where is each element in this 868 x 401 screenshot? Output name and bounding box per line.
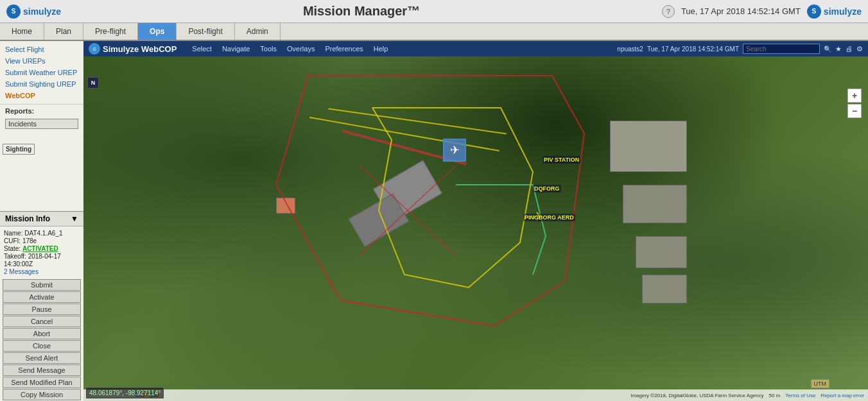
- webcop-toolbar: S Simulyze WebCOP Select Navigate Tools …: [83, 41, 868, 56]
- reports-label: Reports:: [0, 104, 83, 117]
- state-label: State:: [4, 245, 21, 252]
- webcop-menu-overlays[interactable]: Overlays: [282, 45, 320, 53]
- mission-state-row: State: ACTIVATED: [4, 245, 80, 252]
- close-button[interactable]: Close: [3, 340, 81, 352]
- map-copyright-bar: Imagery ©2018, DigitalGlobe, USDA Farm S…: [83, 389, 868, 401]
- mission-info-panel: Mission Info ▼ Name: DAT4.1.A6_1 CUFI: 1…: [0, 211, 83, 401]
- main-layout: Select Flight View UREPs Submit Weather …: [0, 41, 868, 401]
- mission-cufi-row: CUFI: 178e: [4, 237, 80, 244]
- activate-button[interactable]: Activate: [3, 291, 81, 303]
- mission-info-header[interactable]: Mission Info ▼: [0, 212, 83, 226]
- nav-bar: Home Plan Pre-flight Ops Post-flight Adm…: [0, 23, 868, 41]
- top-bar: S simulyze Mission Manager™ ? Tue, 17 Ap…: [0, 0, 868, 23]
- abort-button[interactable]: Abort: [3, 328, 81, 339]
- webcop-menu-select[interactable]: Select: [187, 45, 217, 53]
- incidents-button[interactable]: Incidents: [5, 119, 78, 129]
- sidebar-submit-sighting[interactable]: Submit Sighting UREP: [0, 78, 83, 90]
- webcop-menu-navigate[interactable]: Navigate: [217, 45, 255, 53]
- nav-home[interactable]: Home: [0, 23, 44, 40]
- map-copyright-text: Imagery ©2018, DigitalGlobe, USDA Farm S…: [630, 393, 763, 398]
- name-value: DAT4.1.A6_1: [24, 230, 62, 237]
- settings-icon[interactable]: ⚙: [856, 45, 863, 53]
- cufi-label: CUFI:: [4, 237, 21, 244]
- north-indicator: N: [87, 77, 99, 89]
- search-icon: 🔍: [824, 46, 831, 53]
- time-value: 14:30:00Z: [4, 260, 33, 268]
- nav-ops[interactable]: Ops: [138, 23, 177, 40]
- map-container[interactable]: S Simulyze WebCOP Select Navigate Tools …: [83, 41, 868, 401]
- app-datetime: Tue, 17 Apr 2018 14:52:14 GMT: [681, 6, 801, 16]
- mission-time-row: 14:30:00Z: [4, 260, 80, 268]
- nav-preflight[interactable]: Pre-flight: [83, 23, 138, 40]
- map-scale-text: 50 m: [768, 393, 780, 398]
- webcop-logo: S Simulyze WebCOP: [89, 43, 177, 55]
- nav-postflight[interactable]: Post-flight: [177, 23, 234, 40]
- mission-info-title: Mission Info: [5, 214, 50, 223]
- map-image[interactable]: ✈ ✈ PIV STATION DQFORG PINGBORG AERD + −…: [83, 56, 868, 401]
- mission-takeoff-row: Takeoff: 2018-04-17: [4, 253, 80, 260]
- building-4: [623, 185, 687, 223]
- webcop-menu-preferences[interactable]: Preferences: [320, 45, 368, 53]
- sidebar-top: Select Flight View UREPs Submit Weather …: [0, 41, 83, 211]
- map-background: [83, 56, 868, 401]
- report-link[interactable]: Report a map error: [820, 393, 864, 398]
- mission-info-collapse-icon: ▼: [71, 214, 78, 223]
- zoom-out-button[interactable]: −: [847, 104, 862, 118]
- building-7: [276, 198, 295, 214]
- building-3: [610, 121, 687, 172]
- webcop-title: Simulyze WebCOP: [103, 44, 177, 54]
- top-bar-left: S simulyze: [6, 4, 61, 19]
- building-6: [642, 275, 687, 303]
- state-value: ACTIVATED: [22, 245, 58, 252]
- webcop-logo-icon: S: [89, 43, 100, 55]
- messages-link[interactable]: 2 Messages: [4, 268, 39, 275]
- send-alert-button[interactable]: Send Alert: [3, 352, 81, 364]
- sighting-label: Sighting: [6, 146, 31, 153]
- utm-indicator: UTM: [811, 379, 830, 388]
- logo-circle-right: S: [807, 4, 821, 19]
- aircraft-waypoint-icon[interactable]: ✈: [443, 139, 466, 162]
- app-title: Mission Manager™: [303, 4, 420, 19]
- nav-admin[interactable]: Admin: [235, 23, 281, 40]
- takeoff-value: 2018-04-17: [28, 253, 61, 260]
- print-icon: 🖨: [846, 45, 853, 53]
- copy-mission-button[interactable]: Copy Mission: [3, 389, 81, 400]
- sidebar-view-ureps[interactable]: View UREPs: [0, 55, 83, 67]
- webcop-menu-tools[interactable]: Tools: [255, 45, 282, 53]
- takeoff-label: Takeoff:: [4, 253, 26, 260]
- webcop-right: npuasts2 Tue, 17 Apr 2018 14:52:14 GMT 🔍…: [617, 44, 863, 54]
- waypoint-piv-station: PIV STATION: [542, 156, 580, 164]
- terms-link[interactable]: Terms of Use: [785, 393, 815, 398]
- webcop-menu-help[interactable]: Help: [369, 45, 394, 53]
- webcop-search-input[interactable]: [743, 44, 820, 54]
- mission-messages-row[interactable]: 2 Messages: [4, 268, 80, 275]
- left-panel: Select Flight View UREPs Submit Weather …: [0, 41, 83, 401]
- submit-button[interactable]: Submit: [3, 279, 81, 291]
- webcop-user: npuasts2: [617, 46, 643, 53]
- bookmark-icon: ★: [835, 45, 842, 53]
- waypoint-pingborg: PINGBORG AERD: [523, 214, 575, 221]
- logo-circle-left: S: [6, 4, 21, 19]
- sighting-section: Sighting: [3, 144, 35, 155]
- logo-text-right: simulyze: [824, 6, 862, 17]
- help-button[interactable]: ?: [662, 5, 675, 18]
- cufi-value: 178e: [22, 237, 37, 244]
- waypoint-dqforg: DQFORG: [533, 185, 561, 192]
- top-bar-right: ? Tue, 17 Apr 2018 14:52:14 GMT S simuly…: [662, 4, 862, 19]
- mission-name-row: Name: DAT4.1.A6_1: [4, 230, 80, 237]
- map-coords: 48.061879°, -98.927114°: [86, 388, 164, 398]
- sidebar-webcop[interactable]: WebCOP: [0, 90, 83, 101]
- sidebar-select-flight[interactable]: Select Flight: [0, 44, 83, 55]
- nav-plan[interactable]: Plan: [44, 23, 83, 40]
- simulyze-logo-left: S simulyze: [6, 4, 61, 19]
- pause-button[interactable]: Pause: [3, 303, 81, 315]
- send-message-button[interactable]: Send Message: [3, 364, 81, 376]
- simulyze-logo-right: S simulyze: [807, 4, 862, 19]
- sidebar-submit-weather[interactable]: Submit Weather UREP: [0, 67, 83, 78]
- zoom-in-button[interactable]: +: [847, 89, 862, 103]
- webcop-datetime: Tue, 17 Apr 2018 14:52:14 GMT: [647, 46, 739, 53]
- name-label: Name:: [4, 230, 22, 237]
- cancel-button[interactable]: Cancel: [3, 316, 81, 327]
- zoom-controls: + −: [847, 89, 862, 118]
- send-modified-plan-button[interactable]: Send Modified Plan: [3, 377, 81, 388]
